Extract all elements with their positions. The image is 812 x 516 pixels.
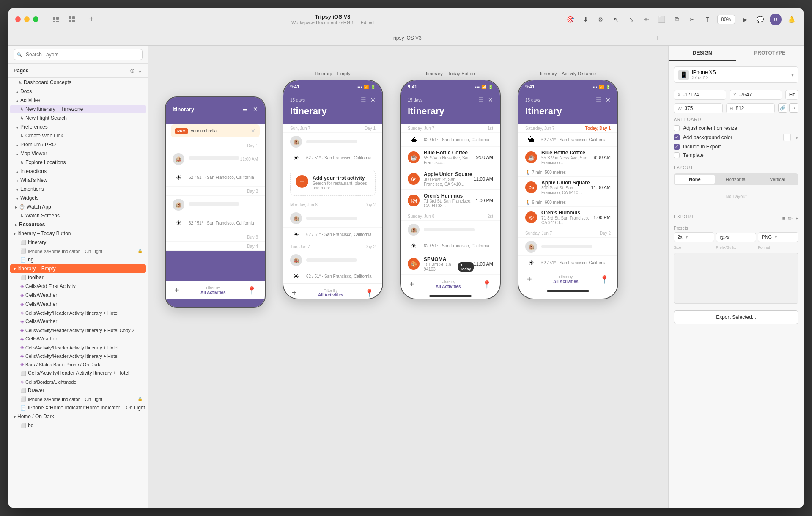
sidebar-item-iphone-home[interactable]: ⬜ iPhone X/Home Indicator – On Light 🔒 <box>10 247 146 255</box>
sidebar-item-extensions[interactable]: ↳ Extentions <box>10 185 146 193</box>
search-input[interactable] <box>14 49 143 60</box>
sidebar-item-itinerary-sub[interactable]: ⬜ Itinerary <box>10 238 146 247</box>
chat-icon[interactable]: 💬 <box>754 14 765 25</box>
sidebar-item-cells-activity3[interactable]: ◈ Cells/Activity/Header Activity Itinera… <box>10 352 146 360</box>
play-button[interactable]: ▶ <box>739 14 750 25</box>
sidebar-item-create-web[interactable]: ↳ Create Web Link <box>10 132 146 140</box>
notification-icon[interactable]: 🔔 <box>786 14 797 25</box>
tab-add-button[interactable]: + <box>656 34 660 42</box>
p3-map-icon[interactable]: 📍 <box>482 280 491 289</box>
p2-map-icon[interactable]: 📍 <box>365 288 374 298</box>
p4-filter-link[interactable]: All Activities <box>553 279 579 284</box>
layout-horizontal-btn[interactable]: Horizontal <box>716 175 756 184</box>
avatar[interactable]: U <box>770 14 782 25</box>
height-field[interactable]: H 812 <box>726 103 775 113</box>
layout-none-btn[interactable]: None <box>675 175 715 184</box>
sidebar-item-activities[interactable]: ↳ Activities <box>10 96 146 104</box>
sidebar-item-toolbar2[interactable]: ⬜ bg <box>10 421 146 430</box>
p4-map-icon[interactable]: 📍 <box>600 275 609 284</box>
width-field[interactable]: W 375 <box>674 103 723 113</box>
sidebar-item-watch-app[interactable]: ▸ ⌚ Watch App <box>10 203 146 211</box>
sidebar-item-cells-borders[interactable]: ◈ Cells/Borders/Lightmode <box>10 378 146 386</box>
sidebar-item-explore[interactable]: ↳ Explore Locations <box>10 158 146 167</box>
sidebar-item-itinerary-banner[interactable]: ▾ Home / On Dark <box>10 412 146 421</box>
close-button[interactable] <box>15 16 21 22</box>
resize-icon[interactable]: ⤡ <box>626 14 637 25</box>
p1-filter-link[interactable]: All Activities <box>200 290 226 295</box>
pen-icon[interactable]: ✏ <box>641 14 652 25</box>
p3-menu-icon[interactable]: ☰ <box>478 96 484 103</box>
sidebar-item-interactions[interactable]: ↳ Interactions <box>10 167 146 176</box>
coord-y-field[interactable]: Y -7647 <box>730 90 782 100</box>
tab-design[interactable]: DESIGN <box>669 46 736 61</box>
p4-menu-icon[interactable]: ☰ <box>596 96 601 103</box>
sidebar-item-toolbar[interactable]: ⬜ toolbar <box>10 273 146 282</box>
p1-add-icon[interactable]: + <box>174 285 179 295</box>
zoom-display[interactable]: 80% <box>717 15 735 24</box>
p2-filter-link[interactable]: All Activities <box>318 293 343 297</box>
target-icon[interactable]: 🎯 <box>565 14 576 25</box>
grid-icon[interactable] <box>66 14 77 25</box>
add-button[interactable]: + <box>86 14 97 25</box>
pages-add-icon[interactable]: ⊕ <box>130 67 135 74</box>
include-export-checkbox[interactable] <box>674 144 680 150</box>
fit-button[interactable]: Fit <box>785 90 798 100</box>
sidebar-item-bg[interactable]: 📄 bg <box>10 255 146 264</box>
sidebar-item-map-viewer[interactable]: ↳ Map Viewer <box>10 149 146 158</box>
sidebar-item-drawer[interactable]: ⬜ Cells/Activity/Header Activity Itinera… <box>10 369 146 377</box>
coord-x-field[interactable]: X -17124 <box>674 90 726 100</box>
fullscreen-button[interactable] <box>33 16 38 22</box>
export-format-field[interactable]: PNG ▾ <box>758 232 798 242</box>
template-checkbox[interactable] <box>674 152 680 158</box>
sidebar-item-premium[interactable]: ↳ Premium / PRO <box>10 140 146 149</box>
p3-filter-link[interactable]: All Activities <box>436 284 461 289</box>
export-selected-button[interactable]: Export Selected... <box>674 310 798 324</box>
lock-ratio-icon[interactable]: 🔗 <box>778 103 787 113</box>
export-edit-icon[interactable]: ✏ <box>788 215 793 222</box>
p1-map-icon[interactable]: 📍 <box>247 286 256 295</box>
sidebar-item-cells-activity1[interactable]: ◈ Cells/Activity/Header Activity Itinera… <box>10 309 146 317</box>
sidebar-item-cells-activity2[interactable]: ◈ Cells/Activity/Header Activity Itinera… <box>10 343 146 351</box>
export-list-icon[interactable]: ≡ <box>782 215 786 222</box>
p4-add-btn[interactable]: + <box>527 274 532 284</box>
menu-icon[interactable]: ☰ <box>361 96 366 103</box>
p3-add-btn[interactable]: + <box>409 280 414 289</box>
sidebar-item-whats-new[interactable]: ↳ What's New <box>10 176 146 184</box>
artboard-icon[interactable]: ⬜ <box>656 14 667 25</box>
text-icon[interactable]: T <box>702 14 713 25</box>
adjust-checkbox[interactable] <box>674 125 680 131</box>
files-icon[interactable] <box>50 14 61 25</box>
p4-close-icon[interactable]: ✕ <box>606 96 611 103</box>
bg-color-swatch[interactable] <box>783 134 791 141</box>
add-bg-checkbox[interactable] <box>674 134 680 140</box>
sidebar-item-new-flight[interactable]: ↳ New Flight Search <box>10 114 146 122</box>
sidebar-item-bars-status[interactable]: ◈ Bars / Status Bar / iPhone / On Dark <box>10 360 146 368</box>
copy-icon[interactable]: ⧉ <box>672 14 683 25</box>
sidebar-item-iphone-home2[interactable]: ⬜ iPhone X/Home Indicator – On Light 🔒 <box>10 395 146 403</box>
close-icon[interactable]: ✕ <box>370 96 376 103</box>
sidebar-item-widgets[interactable]: ↳ Widgets <box>10 194 146 202</box>
sidebar-item-cells-weather1[interactable]: ◈ Cells/Weather <box>10 291 146 299</box>
settings-icon[interactable]: ⚙ <box>595 14 606 25</box>
cut-icon[interactable]: ✂ <box>687 14 698 25</box>
sidebar-item-drawer2[interactable]: ⬜ Drawer <box>10 386 146 395</box>
device-selector[interactable]: 📱 iPhone XS 375×812 ▾ <box>674 66 798 83</box>
banner-close-icon[interactable]: ✕ <box>251 128 255 134</box>
download-icon[interactable]: ⬇ <box>580 14 591 25</box>
sidebar-item-cells-activity-copy[interactable]: ◈ Cells/Activity/Header Activity Itinera… <box>10 326 146 334</box>
layout-vertical-btn[interactable]: Vertical <box>757 175 797 184</box>
p2-add-btn[interactable]: + <box>292 288 297 298</box>
p2-add-activity[interactable]: + Add your first activity Search for res… <box>290 170 376 196</box>
p3-close-icon[interactable]: ✕ <box>488 96 493 103</box>
sidebar-item-cells-weather2[interactable]: ◈ Cells/Weather <box>10 300 146 308</box>
bg-color-more-icon[interactable]: ▸ <box>796 135 798 140</box>
sidebar-item-cells-add[interactable]: ◈ Cells/Add First Activity <box>10 282 146 291</box>
pages-expand-icon[interactable]: ⌄ <box>137 67 143 74</box>
sidebar-item-itinerary-empty[interactable]: ▾ Itinerary – Empty <box>10 264 146 273</box>
cursor-icon[interactable]: ↖ <box>611 14 622 25</box>
sidebar-item-itinerary-today[interactable]: ▾ Itinerary – Today Button <box>10 229 146 238</box>
sidebar-item-cells-weather4[interactable]: ◈ Cells/Weather <box>10 335 146 343</box>
sidebar-item-dashboard[interactable]: ↳ Dashboard Concepts <box>10 78 146 87</box>
minimize-button[interactable] <box>24 16 30 22</box>
sidebar-item-new-itinerary[interactable]: ↳ New Itinerary + Timezone <box>10 105 146 113</box>
